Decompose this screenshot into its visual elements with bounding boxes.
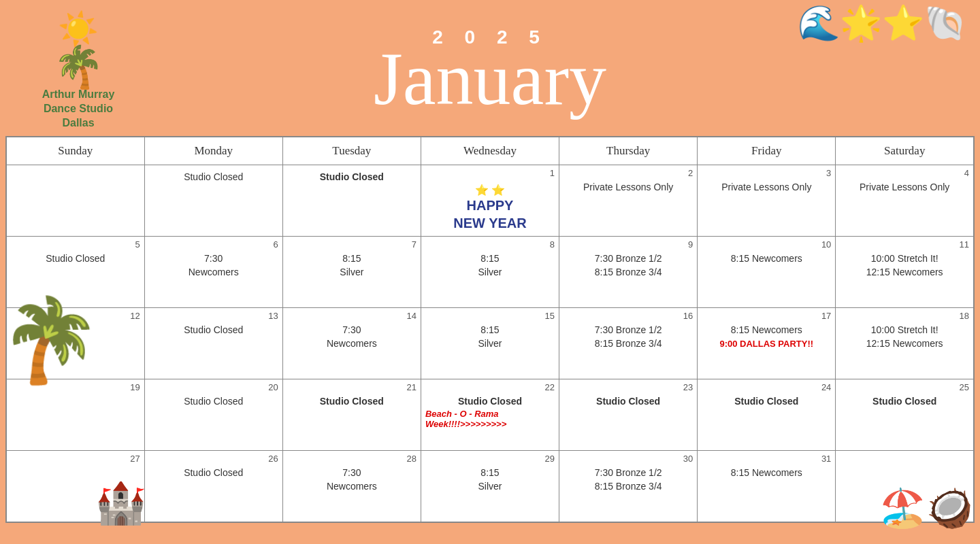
week-row-3: 12 13 Studio Closed 14 7:30Newcomers 15 …: [6, 308, 974, 379]
cell-content: 7:30 Bronze 1/28:15 Bronze 3/4: [564, 324, 693, 350]
cell-fri-17: 17 8:15 Newcomers 9:00 DALLAS PARTY!!: [698, 308, 836, 379]
cell-wed-1: 1 ⭐ ⭐ HAPPYNEW YEAR: [421, 165, 559, 237]
calendar-table: Sunday Monday Tuesday Wednesday Thursday…: [5, 136, 975, 523]
month-label: January: [374, 41, 606, 116]
cell-sun-5: 5 Studio Closed: [6, 237, 144, 308]
cell-content: Studio Closed: [425, 395, 555, 409]
cell-content: Studio Closed: [149, 395, 278, 409]
cell-content: 8:15 Newcomers: [702, 466, 831, 480]
cell-content: Private Lessons Only: [702, 181, 831, 194]
cell-content: 7:30Newcomers: [287, 324, 416, 350]
header-friday: Friday: [698, 137, 836, 165]
cell-content: 8:15 Newcomers 9:00 DALLAS PARTY!!: [702, 324, 831, 350]
week-row-4: 19 20 Studio Closed 21 Studio Closed 22 …: [6, 379, 974, 451]
cell-wed-15: 15 8:15Silver: [421, 308, 559, 379]
cell-content: 7:30 Bronze 1/28:15 Bronze 3/4: [564, 466, 693, 493]
cell-content: 10:00 Stretch It!12:15 Newcomers: [840, 252, 969, 279]
cell-sat-11: 11 10:00 Stretch It!12:15 Newcomers: [836, 237, 974, 308]
cell-content: Studio Closed: [287, 171, 416, 184]
cell-fri-31: 31 8:15 Newcomers: [698, 451, 836, 522]
cell-content: 8:15Silver: [425, 466, 555, 493]
dallas-party-text: 9:00 DALLAS PARTY!!: [719, 339, 813, 349]
cell-content: Studio Closed: [11, 252, 140, 266]
page-wrapper: ☀️ 🌴 Arthur MurrayDance StudioDallas 🌊🌟⭐…: [0, 0, 980, 544]
cell-tue-14: 14 7:30Newcomers: [282, 308, 421, 379]
cell-wed-8: 8 8:15Silver: [421, 237, 559, 308]
cell-fri-3: 3 Private Lessons Only: [698, 165, 836, 237]
week-row-2: 5 Studio Closed 6 7:30Newcomers 7 8:15Si…: [6, 237, 974, 308]
cell-mon-26: 26 Studio Closed: [144, 451, 282, 522]
cell-mon-closed: Studio Closed: [144, 165, 282, 237]
cell-thu-23: 23 Studio Closed: [559, 379, 698, 451]
cell-content: 8:15Silver: [425, 324, 555, 350]
cell-tue-7: 7 8:15Silver: [282, 237, 421, 308]
cell-mon-13: 13 Studio Closed: [144, 308, 282, 379]
header: ☀️ 🌴 Arthur MurrayDance StudioDallas 🌊🌟⭐…: [0, 0, 980, 136]
cell-content: Private Lessons Only: [840, 181, 969, 194]
cell-sun-19: 19: [6, 379, 144, 451]
cell-content: 8:15 Newcomers: [702, 252, 831, 266]
cell-thu-30: 30 7:30 Bronze 1/28:15 Bronze 3/4: [559, 451, 698, 522]
cell-content: Studio Closed: [149, 466, 278, 480]
cell-content: 8:15Silver: [425, 252, 555, 279]
cell-fri-10: 10 8:15 Newcomers: [698, 237, 836, 308]
cell-thu-2: 2 Private Lessons Only: [559, 165, 698, 237]
cell-content: 7:30Newcomers: [149, 252, 278, 279]
cell-content: Studio Closed: [702, 395, 831, 409]
header-tuesday: Tuesday: [282, 137, 421, 165]
cell-mon-6: 6 7:30Newcomers: [144, 237, 282, 308]
calendar-header-row: Sunday Monday Tuesday Wednesday Thursday…: [6, 137, 974, 165]
cell-content: Studio Closed: [149, 324, 278, 337]
cell-content: 7:30Newcomers: [287, 466, 416, 493]
cell-content: Private Lessons Only: [564, 181, 693, 194]
header-monday: Monday: [144, 137, 282, 165]
cell-sat-4: 4 Private Lessons Only: [836, 165, 974, 237]
cell-content: 7:30 Bronze 1/28:15 Bronze 3/4: [564, 252, 693, 279]
cell-content: Studio Closed: [840, 395, 969, 409]
cell-empty: [6, 165, 144, 237]
deco-top-right: 🌊🌟⭐🐚: [798, 3, 966, 43]
cell-sat-18: 18 10:00 Stretch It!12:15 Newcomers: [836, 308, 974, 379]
week-row-5: 27 26 Studio Closed 28 7:30Newcomers 29 …: [6, 451, 974, 522]
cell-wed-22: 22 Studio Closed Beach - O - Rama Week!!…: [421, 379, 559, 451]
header-saturday: Saturday: [836, 137, 974, 165]
cell-tue-28: 28 7:30Newcomers: [282, 451, 421, 522]
calendar-wrapper: Sunday Monday Tuesday Wednesday Thursday…: [0, 136, 980, 528]
cell-thu-16: 16 7:30 Bronze 1/28:15 Bronze 3/4: [559, 308, 698, 379]
header-thursday: Thursday: [559, 137, 698, 165]
cell-thu-9: 9 7:30 Bronze 1/28:15 Bronze 3/4: [559, 237, 698, 308]
palm-icon-logo: 🌴: [20, 43, 136, 91]
cell-sun-12: 12: [6, 308, 144, 379]
week-row-1: Studio Closed Studio Closed 1 ⭐ ⭐ HAPPYN…: [6, 165, 974, 237]
studio-name: Arthur MurrayDance StudioDallas: [20, 88, 136, 130]
cell-fri-24: 24 Studio Closed: [698, 379, 836, 451]
studio-logo: ☀️ 🌴 Arthur MurrayDance StudioDallas: [20, 10, 136, 130]
cell-wed-29: 29 8:15Silver: [421, 451, 559, 522]
header-wednesday: Wednesday: [421, 137, 559, 165]
cell-mon-20: 20 Studio Closed: [144, 379, 282, 451]
header-sunday: Sunday: [6, 137, 144, 165]
cell-tue-21: 21 Studio Closed: [282, 379, 421, 451]
beach-chair-icon: 🏖️🥥: [879, 486, 973, 530]
cell-tue-closed: Studio Closed: [282, 165, 421, 237]
cell-content: Studio Closed: [564, 395, 693, 409]
cell-content: Studio Closed: [149, 171, 278, 184]
cell-content: 10:00 Stretch It!12:15 Newcomers: [840, 324, 969, 350]
beach-o-rama-text: Beach - O - Rama Week!!!!>>>>>>>>>: [425, 409, 555, 429]
sandcastle-icon: 🏰: [95, 479, 146, 527]
happy-new-year: ⭐ ⭐ HAPPYNEW YEAR: [425, 184, 555, 232]
cell-sat-25: 25 Studio Closed: [836, 379, 974, 451]
cell-content: Studio Closed: [287, 395, 416, 409]
cell-content: 8:15Silver: [287, 252, 416, 279]
